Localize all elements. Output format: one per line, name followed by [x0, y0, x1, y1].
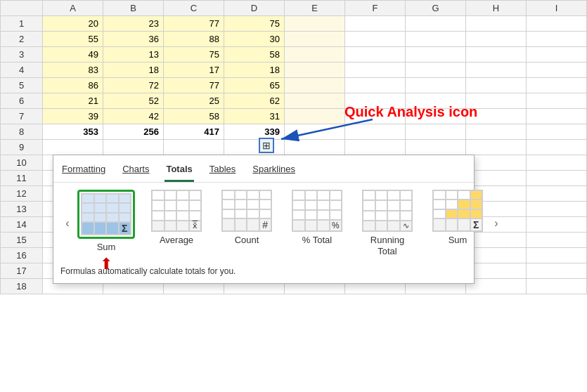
tab-sparklines[interactable]: Sparklines	[251, 161, 297, 182]
cell-h3[interactable]	[466, 47, 527, 63]
cell-g8[interactable]	[406, 124, 466, 140]
cell-c8[interactable]: 417	[164, 124, 224, 140]
cell-g4[interactable]	[406, 63, 466, 78]
cell-g5[interactable]	[406, 78, 466, 93]
cell-c4[interactable]: 17	[164, 63, 224, 78]
sum2-icon: Σ	[432, 190, 483, 232]
cell-d2[interactable]: 30	[224, 32, 285, 47]
col-header-h[interactable]: H	[466, 1, 527, 16]
cell-b8[interactable]: 256	[103, 124, 164, 140]
cell-e5[interactable]	[285, 78, 345, 93]
cell-i7[interactable]	[527, 109, 587, 124]
cell-h5[interactable]	[466, 78, 527, 93]
col-header-g[interactable]: G	[406, 1, 466, 16]
row-header: 8	[1, 124, 43, 140]
tab-tables[interactable]: Tables	[208, 161, 238, 182]
cell-g1[interactable]	[406, 16, 466, 32]
col-header-d[interactable]: D	[224, 1, 285, 16]
cell-d5[interactable]: 65	[224, 78, 285, 93]
cell-b4[interactable]: 18	[103, 63, 164, 78]
pct-total-label: % Total	[302, 235, 332, 245]
average-icon: x̄	[151, 190, 202, 232]
sum-selected-arrow: ⬆	[100, 256, 112, 272]
cell-g3[interactable]	[406, 47, 466, 63]
tab-formatting[interactable]: Formatting	[60, 161, 107, 182]
cell-a3[interactable]: 49	[43, 47, 103, 63]
cell-c2[interactable]: 88	[164, 32, 224, 47]
qa-prev-button[interactable]: ‹	[60, 217, 75, 230]
tab-totals[interactable]: Totals	[165, 161, 193, 182]
cell-c5[interactable]: 77	[164, 78, 224, 93]
cell-a1[interactable]: 20	[43, 16, 103, 32]
cell-b3[interactable]: 13	[103, 47, 164, 63]
row-header: 1	[1, 16, 43, 32]
tab-charts[interactable]: Charts	[121, 161, 150, 182]
cell-f2[interactable]	[345, 32, 406, 47]
cell-h1[interactable]	[466, 16, 527, 32]
cell-e3[interactable]	[285, 47, 345, 63]
col-header-b[interactable]: B	[103, 1, 164, 16]
cell-i6[interactable]	[527, 93, 587, 109]
cell-i5[interactable]	[527, 78, 587, 93]
cell-d3[interactable]: 58	[224, 47, 285, 63]
qa-items-container: ‹ Σ Sum ⬆	[53, 183, 474, 262]
cell-c1[interactable]: 77	[164, 16, 224, 32]
annotation-arrow	[267, 105, 380, 148]
col-header-e[interactable]: E	[285, 1, 345, 16]
qa-item-sum2[interactable]: Σ Sum	[426, 190, 489, 256]
cell-e2[interactable]	[285, 32, 345, 47]
cell-a6[interactable]: 21	[43, 93, 103, 109]
cell-c7[interactable]: 58	[164, 109, 224, 124]
cell-d4[interactable]: 18	[224, 63, 285, 78]
cell-i8[interactable]	[527, 124, 587, 140]
cell-f5[interactable]	[345, 78, 406, 93]
cell-i4[interactable]	[527, 63, 587, 78]
cell-f1[interactable]	[345, 16, 406, 32]
cell-a8[interactable]: 353	[43, 124, 103, 140]
cell-b6[interactable]: 52	[103, 93, 164, 109]
qa-item-sum[interactable]: Σ Sum ⬆	[75, 190, 138, 256]
cell-c6[interactable]: 25	[164, 93, 224, 109]
table-row: 5 86 72 77 65	[1, 78, 587, 93]
quick-analysis-button[interactable]: ⊞	[259, 138, 274, 153]
cell-i3[interactable]	[527, 47, 587, 63]
col-header-c[interactable]: C	[164, 1, 224, 16]
qa-footer-text: Formulas automatically calculate totals …	[53, 262, 474, 283]
cell-h4[interactable]	[466, 63, 527, 78]
qa-next-button[interactable]: ›	[489, 217, 503, 230]
running-total-label: RunningTotal	[370, 235, 404, 256]
cell-a5[interactable]: 86	[43, 78, 103, 93]
qa-item-count[interactable]: # Count	[215, 190, 278, 256]
sum-label: Sum	[97, 242, 116, 252]
col-header-a[interactable]: A	[43, 1, 103, 16]
cell-i1[interactable]	[527, 16, 587, 32]
qa-item-average[interactable]: x̄ Average	[145, 190, 208, 256]
cell-b1[interactable]: 23	[103, 16, 164, 32]
row-header: 6	[1, 93, 43, 109]
sum-icon: Σ	[81, 193, 131, 235]
qa-item-pct-total[interactable]: % % Total	[285, 190, 349, 256]
cell-h8[interactable]	[466, 124, 527, 140]
cell-b7[interactable]: 42	[103, 109, 164, 124]
cell-e4[interactable]	[285, 63, 345, 78]
col-header-row	[1, 1, 43, 16]
col-header-i[interactable]: I	[527, 1, 587, 16]
count-label: Count	[235, 235, 259, 245]
row-header: 5	[1, 78, 43, 93]
qa-item-running-total[interactable]: ∿ RunningTotal	[356, 190, 419, 256]
col-header-f[interactable]: F	[345, 1, 406, 16]
cell-f3[interactable]	[345, 47, 406, 63]
cell-a7[interactable]: 39	[43, 109, 103, 124]
cell-b2[interactable]: 36	[103, 32, 164, 47]
cell-b5[interactable]: 72	[103, 78, 164, 93]
cell-h2[interactable]	[466, 32, 527, 47]
cell-a4[interactable]: 83	[43, 63, 103, 78]
cell-c3[interactable]: 75	[164, 47, 224, 63]
count-icon: #	[221, 190, 272, 232]
cell-e1[interactable]	[285, 16, 345, 32]
cell-g2[interactable]	[406, 32, 466, 47]
cell-f4[interactable]	[345, 63, 406, 78]
cell-a2[interactable]: 55	[43, 32, 103, 47]
cell-d1[interactable]: 75	[224, 16, 285, 32]
cell-i2[interactable]	[527, 32, 587, 47]
